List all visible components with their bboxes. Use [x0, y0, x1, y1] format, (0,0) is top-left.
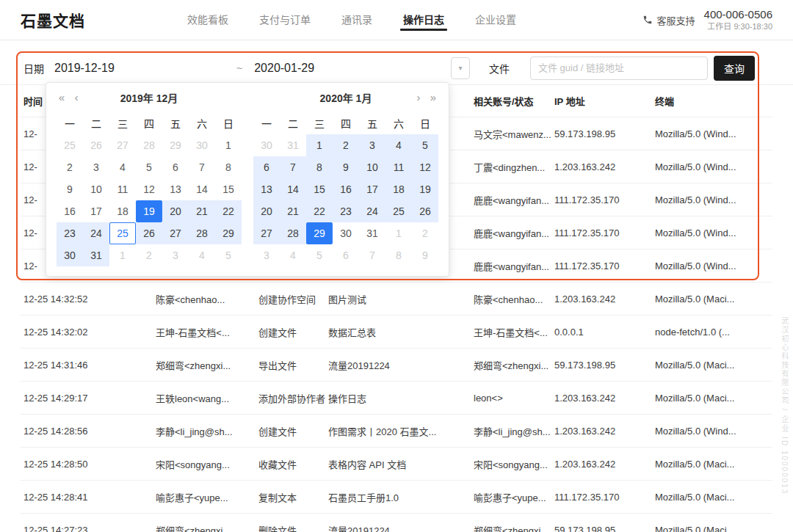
calendar-day[interactable]: 4 — [280, 244, 306, 266]
calendar-day[interactable]: 29 — [162, 134, 189, 156]
calendar-day[interactable]: 1 — [306, 134, 333, 156]
calendar-day[interactable]: 3 — [83, 156, 109, 178]
calendar-day[interactable]: 13 — [253, 178, 280, 200]
calendar-day[interactable]: 1 — [215, 134, 242, 156]
calendar-day[interactable]: 19 — [412, 178, 438, 200]
calendar-day[interactable]: 7 — [280, 156, 306, 178]
calendar-day[interactable]: 5 — [412, 134, 438, 156]
calendar-day[interactable]: 30 — [57, 244, 83, 266]
calendar-day[interactable]: 10 — [83, 178, 109, 200]
calendar-day[interactable]: 8 — [385, 244, 412, 266]
calendar-day[interactable]: 6 — [333, 244, 359, 266]
calendar-day[interactable]: 26 — [83, 134, 109, 156]
next-month-button[interactable]: › — [412, 91, 425, 103]
calendar-day[interactable]: 1 — [109, 244, 136, 266]
date-end-value[interactable]: 2020-01-29 — [254, 62, 314, 75]
calendar-day[interactable]: 30 — [333, 222, 359, 244]
calendar-day[interactable]: 2 — [333, 134, 359, 156]
calendar-day[interactable]: 17 — [83, 200, 109, 222]
date-start-value[interactable]: 2019-12-19 — [54, 62, 236, 75]
calendar-day[interactable]: 25 — [385, 200, 412, 222]
calendar-day[interactable]: 28 — [189, 222, 215, 244]
calendar-day[interactable]: 3 — [359, 134, 385, 156]
calendar-day[interactable]: 3 — [162, 244, 189, 266]
calendar-day[interactable]: 28 — [280, 222, 306, 244]
date-range-input[interactable]: 2019-12-19 ~ 2020-01-29 — [54, 62, 451, 75]
calendar-day[interactable]: 31 — [83, 244, 109, 266]
calendar-day[interactable]: 20 — [162, 200, 189, 222]
calendar-day[interactable]: 28 — [136, 134, 162, 156]
calendar-day[interactable]: 7 — [189, 156, 215, 178]
calendar-day[interactable]: 25 — [109, 222, 136, 244]
calendar-day[interactable]: 8 — [306, 156, 333, 178]
calendar-day[interactable]: 5 — [215, 244, 242, 266]
calendar-day[interactable]: 21 — [280, 200, 306, 222]
calendar-day[interactable]: 5 — [306, 244, 333, 266]
calendar-day[interactable]: 19 — [136, 200, 162, 222]
calendar-day[interactable]: 26 — [136, 222, 162, 244]
calendar-day[interactable]: 22 — [306, 200, 333, 222]
calendar-day[interactable]: 23 — [333, 200, 359, 222]
calendar-day[interactable]: 9 — [57, 178, 83, 200]
calendar-day[interactable]: 15 — [215, 178, 242, 200]
query-button[interactable]: 查询 — [714, 56, 755, 81]
calendar-day[interactable]: 8 — [215, 156, 242, 178]
calendar-day[interactable]: 1 — [385, 222, 412, 244]
calendar-day[interactable]: 14 — [189, 178, 215, 200]
calendar-day[interactable]: 31 — [359, 222, 385, 244]
calendar-day[interactable]: 12 — [412, 156, 438, 178]
calendar-day[interactable]: 31 — [280, 134, 306, 156]
calendar-day[interactable]: 4 — [189, 244, 215, 266]
calendar-day[interactable]: 7 — [359, 244, 385, 266]
calendar-day[interactable]: 2 — [136, 244, 162, 266]
prev-month-button[interactable]: ‹ — [70, 91, 83, 103]
calendar-day[interactable]: 29 — [306, 222, 333, 244]
nav-item[interactable]: 企业设置 — [460, 0, 532, 40]
calendar-day[interactable]: 16 — [333, 178, 359, 200]
calendar-day[interactable]: 18 — [109, 200, 136, 222]
calendar-day[interactable]: 15 — [306, 178, 333, 200]
calendar-day[interactable]: 25 — [57, 134, 83, 156]
calendar-day[interactable]: 10 — [359, 156, 385, 178]
calendar-day[interactable]: 14 — [280, 178, 306, 200]
calendar-day[interactable]: 17 — [359, 178, 385, 200]
calendar-day[interactable]: 13 — [162, 178, 189, 200]
calendar-day[interactable]: 22 — [215, 200, 242, 222]
calendar-day[interactable]: 27 — [162, 222, 189, 244]
calendar-day[interactable]: 12 — [136, 178, 162, 200]
calendar-day[interactable]: 27 — [253, 222, 280, 244]
calendar-day[interactable]: 5 — [136, 156, 162, 178]
calendar-day[interactable]: 20 — [253, 200, 280, 222]
calendar-day[interactable]: 4 — [109, 156, 136, 178]
calendar-day[interactable]: 30 — [189, 134, 215, 156]
date-preset-dropdown[interactable]: ▾ — [451, 57, 470, 79]
nav-item[interactable]: 支付与订单 — [244, 0, 326, 40]
calendar-day[interactable]: 24 — [83, 222, 109, 244]
next-year-button[interactable]: » — [427, 91, 440, 103]
file-guid-input[interactable] — [530, 57, 708, 80]
prev-year-button[interactable]: « — [55, 91, 68, 103]
calendar-day[interactable]: 23 — [57, 222, 83, 244]
nav-item[interactable]: 效能看板 — [172, 0, 244, 40]
calendar-day[interactable]: 30 — [253, 134, 280, 156]
calendar-day[interactable]: 2 — [57, 156, 83, 178]
calendar-day[interactable]: 2 — [412, 222, 438, 244]
brand-logo[interactable]: 石墨文档 — [21, 9, 85, 31]
calendar-day[interactable]: 27 — [109, 134, 136, 156]
calendar-day[interactable]: 11 — [109, 178, 136, 200]
calendar-day[interactable]: 11 — [385, 156, 412, 178]
calendar-day[interactable]: 4 — [385, 134, 412, 156]
calendar-day[interactable]: 6 — [162, 156, 189, 178]
nav-item[interactable]: 通讯录 — [326, 0, 388, 40]
calendar-day[interactable]: 9 — [412, 244, 438, 266]
calendar-day[interactable]: 9 — [333, 156, 359, 178]
calendar-day[interactable]: 18 — [385, 178, 412, 200]
nav-item-active[interactable]: 操作日志 — [388, 0, 460, 40]
calendar-day[interactable]: 6 — [253, 156, 280, 178]
calendar-day[interactable]: 3 — [253, 244, 280, 266]
calendar-day[interactable]: 21 — [189, 200, 215, 222]
calendar-day[interactable]: 16 — [57, 200, 83, 222]
calendar-day[interactable]: 24 — [359, 200, 385, 222]
calendar-day[interactable]: 26 — [412, 200, 438, 222]
calendar-day[interactable]: 29 — [215, 222, 242, 244]
